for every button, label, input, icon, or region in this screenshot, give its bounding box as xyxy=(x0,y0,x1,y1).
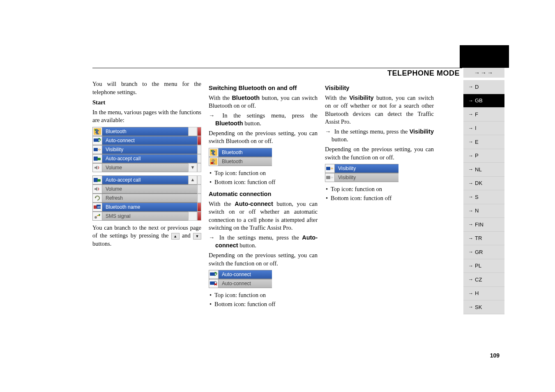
menu-row[interactable]: SMS signal xyxy=(92,212,201,221)
menu-row[interactable]: Visibility xyxy=(325,164,434,173)
svg-rect-2 xyxy=(94,138,99,142)
header-arrow-tab: →→→ xyxy=(463,68,504,78)
settings-menu-page2: Auto-accept call▲VolumeRefreshabBluetoot… xyxy=(92,175,201,221)
menu-row-label: Volume xyxy=(102,184,197,194)
intro-text: You will branch to the menu for the tele… xyxy=(92,80,201,96)
scrollbar-segment[interactable] xyxy=(197,203,201,212)
page-up-button[interactable]: ▲ xyxy=(188,175,197,184)
scrollbar-segment[interactable] xyxy=(197,163,201,172)
menu-row-label: Bluetooth name xyxy=(102,203,197,212)
lang-tab-gr[interactable]: GR xyxy=(463,245,504,259)
volume-icon xyxy=(92,184,102,194)
bt-on-icon xyxy=(92,127,102,136)
mode-title: TELEPHONE MODE xyxy=(387,69,460,78)
lang-tab-dk[interactable]: DK xyxy=(463,177,504,191)
svg-point-5 xyxy=(99,149,100,150)
svg-rect-9 xyxy=(97,179,101,182)
menu-row-label: Auto-accept call xyxy=(102,154,197,163)
lang-tab-e[interactable]: E xyxy=(463,135,504,149)
menu-row[interactable]: Refresh xyxy=(92,194,201,203)
header-black-block xyxy=(460,45,509,68)
menu-row[interactable]: Auto-accept call xyxy=(92,154,201,163)
menu-row-label: Visibility xyxy=(102,145,197,154)
menu-row[interactable]: Auto-connect xyxy=(209,270,318,279)
menu-row[interactable]: Auto-accept call▲ xyxy=(92,175,201,184)
lang-tab-tr[interactable]: TR xyxy=(463,232,504,246)
svg-point-21 xyxy=(215,272,216,274)
menu-row[interactable]: Visibility xyxy=(92,145,201,154)
legend-top: Top icon: function on xyxy=(209,169,318,178)
lang-tab-nl[interactable]: NL xyxy=(463,163,504,177)
switch-bt-p2: Depending on the previous setting, you c… xyxy=(209,129,318,145)
scrollbar-segment[interactable] xyxy=(197,145,201,154)
scrollbar-segment[interactable] xyxy=(197,175,201,184)
column-1: You will branch to the menu for the tele… xyxy=(92,80,201,309)
lang-tab-gb[interactable]: GB xyxy=(463,94,504,108)
legend-bottom: Bottom icon: function off xyxy=(209,300,318,309)
scrollbar-segment[interactable] xyxy=(197,184,201,194)
column-3: Visibility With the Visibility button, y… xyxy=(325,80,434,309)
up-arrow-button[interactable]: ▲ xyxy=(171,233,180,240)
legend-top: Top icon: function on xyxy=(325,185,434,194)
vis-off-icon xyxy=(325,173,335,182)
scrollbar-segment[interactable] xyxy=(197,194,201,203)
lang-tab-s[interactable]: S xyxy=(463,190,504,204)
bt-off-icon xyxy=(209,157,219,166)
menu-row[interactable]: Visibility xyxy=(325,173,434,182)
menu-row-label: Visibility xyxy=(335,173,398,182)
scrollbar-segment[interactable] xyxy=(197,212,201,221)
menu-row[interactable]: Bluetooth xyxy=(209,148,318,157)
content-columns: You will branch to the menu for the tele… xyxy=(92,80,434,309)
auto-on-icon xyxy=(209,270,219,279)
bt-on-icon xyxy=(209,148,219,157)
scrollbar-segment[interactable] xyxy=(197,154,201,163)
menu-row[interactable]: Auto-connect xyxy=(92,136,201,145)
menu-row[interactable]: Bluetooth xyxy=(92,127,201,136)
visibility-heading: Visibility xyxy=(325,84,434,92)
visibility-p2: Depending on the previous setting, you c… xyxy=(325,145,434,161)
switch-bt-step: In the settings menu, press the Bluetoot… xyxy=(209,112,318,128)
scrollbar-segment[interactable] xyxy=(197,136,201,145)
auto-off-icon xyxy=(209,279,219,288)
lang-tab-fin[interactable]: FIN xyxy=(463,218,504,232)
lang-tab-cz[interactable]: CZ xyxy=(463,273,504,287)
visibility-toggle-rows: VisibilityVisibility xyxy=(325,164,434,182)
svg-rect-4 xyxy=(94,148,98,151)
column-2: Switching Bluetooth on and off With the … xyxy=(209,80,318,309)
lang-tab-n[interactable]: N xyxy=(463,204,504,218)
lang-tab-d[interactable]: D xyxy=(463,80,504,94)
lang-tab-sk[interactable]: SK xyxy=(463,300,504,314)
svg-text:ab: ab xyxy=(97,205,101,208)
lang-tab-f[interactable]: F xyxy=(463,108,504,122)
start-heading: Start xyxy=(92,99,201,107)
svg-point-14 xyxy=(99,214,100,216)
svg-rect-7 xyxy=(97,158,101,160)
menu-row[interactable]: Bluetooth xyxy=(209,157,318,166)
menu-row[interactable]: Auto-connect xyxy=(209,279,318,288)
auto-conn-heading: Automatic connection xyxy=(209,190,318,198)
menu-row-label: Auto-connect xyxy=(219,270,272,279)
scrollbar-segment[interactable] xyxy=(197,127,201,136)
menu-row[interactable]: Volume xyxy=(92,184,201,194)
lang-tab-pl[interactable]: PL xyxy=(463,259,504,273)
page-down-button xyxy=(188,127,197,136)
menu-row[interactable]: Volume▼ xyxy=(92,163,201,172)
svg-rect-22 xyxy=(210,281,215,285)
menu-row-label: Auto-accept call xyxy=(102,175,188,184)
svg-point-1 xyxy=(94,129,96,131)
menu-row-label: Visibility xyxy=(335,164,398,173)
svg-rect-25 xyxy=(326,167,330,170)
lang-tab-h[interactable]: H xyxy=(463,287,504,301)
menu-row[interactable]: abBluetooth name xyxy=(92,203,201,212)
page-down-button xyxy=(188,212,197,221)
lang-tab-p[interactable]: P xyxy=(463,149,504,163)
down-arrow-button[interactable]: ▼ xyxy=(193,233,201,240)
svg-point-26 xyxy=(332,168,333,169)
svg-point-16 xyxy=(211,150,212,152)
svg-point-3 xyxy=(99,138,100,140)
lang-tab-i[interactable]: I xyxy=(463,122,504,136)
menu-row-label: Bluetooth xyxy=(219,148,272,157)
svg-rect-6 xyxy=(94,157,98,161)
svg-point-28 xyxy=(332,177,333,178)
page-down-button[interactable]: ▼ xyxy=(188,163,197,172)
